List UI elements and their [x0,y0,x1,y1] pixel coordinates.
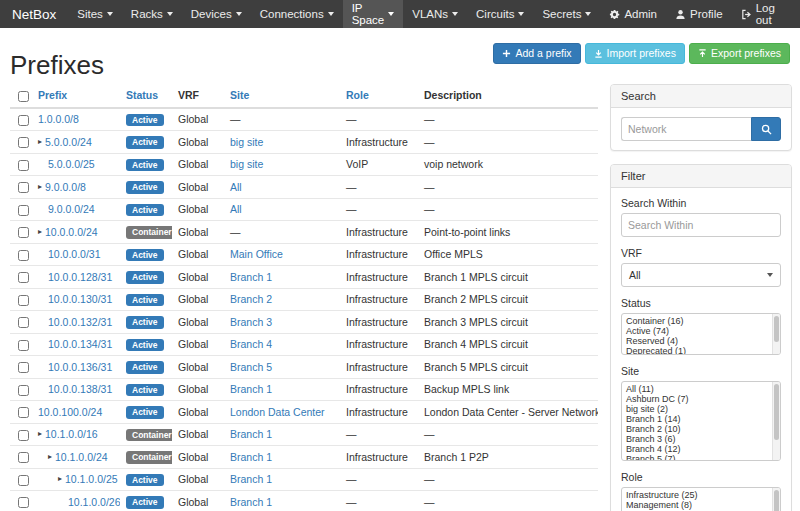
role-scrollbar[interactable] [772,488,780,511]
site-link[interactable]: Branch 1 [230,271,272,283]
site-multiselect[interactable]: All (11)Ashburn DC (7)big site (2)Branch… [621,381,781,461]
site-link[interactable]: Branch 2 [230,293,272,305]
row-checkbox[interactable] [18,430,29,441]
nav-item-circuits[interactable]: Circuits [467,0,533,28]
row-checkbox[interactable] [18,295,29,306]
prefix-link[interactable]: 9.0.0.0/8 [45,181,86,193]
prefix-link[interactable]: 10.0.0.0/31 [48,248,101,260]
search-button[interactable] [751,117,781,141]
site-link[interactable]: Branch 3 [230,316,272,328]
nav-item-secrets[interactable]: Secrets [533,0,600,28]
row-checkbox[interactable] [18,452,29,463]
row-checkbox[interactable] [18,182,29,193]
select-option[interactable]: Ashburn DC (7) [622,394,780,404]
select-option[interactable]: Container (16) [622,316,780,326]
nav-item-vlans[interactable]: VLANs [403,0,467,28]
nav-item-devices[interactable]: Devices [182,0,251,28]
row-checkbox[interactable] [18,227,29,238]
prefix-link[interactable]: 9.0.0.0/24 [48,203,95,215]
site-link[interactable]: Branch 1 [230,428,272,440]
row-checkbox[interactable] [18,385,29,396]
select-option[interactable]: Branch 2 (10) [622,424,780,434]
prefix-link[interactable]: 10.0.0.0/24 [45,226,98,238]
search-input[interactable] [621,117,751,141]
site-link[interactable]: All [230,203,242,215]
expand-icon[interactable]: ▸ [38,183,42,191]
vrf-select[interactable]: All [621,263,781,287]
sort-site-link[interactable]: Site [230,89,249,101]
admin-link[interactable]: Admin [600,0,666,28]
prefix-link[interactable]: 10.1.0.0/16 [45,428,98,440]
prefix-link[interactable]: 5.0.0.0/24 [45,136,92,148]
site-link[interactable]: Branch 1 [230,496,272,508]
export-prefixes-button[interactable]: Export prefixes [689,43,790,64]
select-all-checkbox[interactable] [18,91,29,102]
search-within-input[interactable] [621,213,781,237]
expand-icon[interactable]: ▸ [38,228,42,236]
role-multiselect[interactable]: Infrastructure (25)Management (8)Private… [621,487,781,511]
site-link[interactable]: big site [230,158,263,170]
select-option[interactable]: Branch 4 (12) [622,444,780,454]
prefix-link[interactable]: 10.0.0.138/31 [48,383,112,395]
row-checkbox[interactable] [18,272,29,283]
prefix-link[interactable]: 10.0.0.130/31 [48,293,112,305]
prefix-link[interactable]: 1.0.0.0/8 [38,113,79,125]
site-link[interactable]: Branch 5 [230,361,272,373]
site-link[interactable]: All [230,181,242,193]
prefix-link[interactable]: 10.1.0.0/26 [68,496,120,508]
nav-item-ip-space[interactable]: IP Space [343,0,404,28]
sort-status-link[interactable]: Status [126,89,158,101]
logout-link[interactable]: Log out [732,0,800,28]
select-option[interactable]: Active (74) [622,326,780,336]
prefix-link[interactable]: 10.1.0.0/25 [65,473,118,485]
row-checkbox[interactable] [18,362,29,373]
row-checkbox[interactable] [18,205,29,216]
row-checkbox[interactable] [18,250,29,261]
sort-role-link[interactable]: Role [346,89,369,101]
status-multiselect[interactable]: Container (16)Active (74)Reserved (4)Dep… [621,313,781,355]
select-option[interactable]: Infrastructure (25) [622,490,780,500]
select-option[interactable]: big site (2) [622,404,780,414]
select-option[interactable]: Management (8) [622,500,780,510]
prefix-link[interactable]: 10.0.0.132/31 [48,316,112,328]
row-checkbox[interactable] [18,407,29,418]
prefix-link[interactable]: 10.0.100.0/24 [38,406,102,418]
site-link[interactable]: Branch 1 [230,383,272,395]
add-prefix-button[interactable]: Add a prefix [493,43,580,64]
site-scrollbar[interactable] [772,382,780,460]
profile-link[interactable]: Profile [666,0,732,28]
row-checkbox[interactable] [18,115,29,126]
select-option[interactable]: All (11) [622,384,780,394]
nav-item-connections[interactable]: Connections [251,0,343,28]
prefix-link[interactable]: 10.0.0.136/31 [48,361,112,373]
row-checkbox[interactable] [18,497,29,508]
nav-item-racks[interactable]: Racks [122,0,182,28]
status-scrollbar[interactable] [772,314,780,354]
expand-icon[interactable]: ▸ [38,430,42,438]
select-option[interactable]: Deprecated (1) [622,346,780,355]
site-link[interactable]: Branch 1 [230,473,272,485]
site-link[interactable]: Branch 1 [230,451,272,463]
site-link[interactable]: Main Office [230,248,283,260]
expand-icon[interactable]: ▸ [58,475,62,483]
expand-icon[interactable]: ▸ [48,453,52,461]
row-checkbox[interactable] [18,137,29,148]
prefix-link[interactable]: 10.0.0.128/31 [48,271,112,283]
expand-icon[interactable]: ▸ [38,138,42,146]
row-checkbox[interactable] [18,317,29,328]
import-prefixes-button[interactable]: Import prefixes [585,43,685,64]
select-option[interactable]: Branch 5 (7) [622,454,780,461]
select-option[interactable]: Branch 1 (14) [622,414,780,424]
brand-link[interactable]: NetBox [0,0,68,28]
row-checkbox[interactable] [18,475,29,486]
nav-item-sites[interactable]: Sites [68,0,122,28]
select-option[interactable]: Reserved (4) [622,336,780,346]
prefix-link[interactable]: 10.1.0.0/24 [55,451,108,463]
sort-prefix-link[interactable]: Prefix [38,89,67,101]
site-link[interactable]: Branch 4 [230,338,272,350]
site-link[interactable]: big site [230,136,263,148]
select-option[interactable]: Branch 3 (6) [622,434,780,444]
row-checkbox[interactable] [18,160,29,171]
prefix-link[interactable]: 10.0.0.134/31 [48,338,112,350]
site-link[interactable]: London Data Center [230,406,325,418]
